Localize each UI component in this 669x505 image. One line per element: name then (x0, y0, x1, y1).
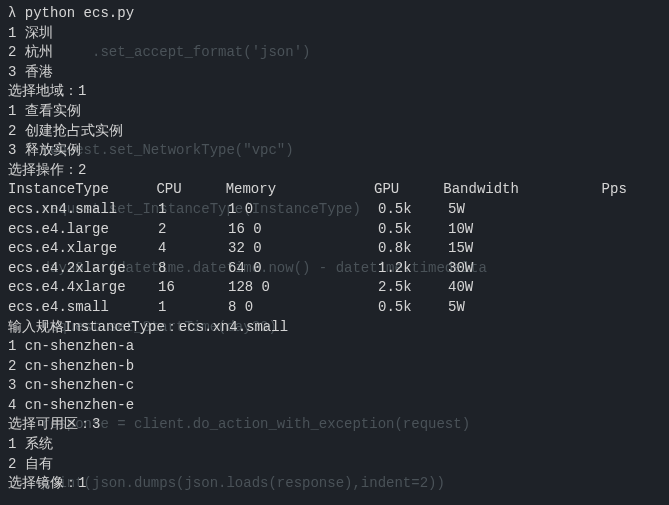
cell-gpu: 0.5k (378, 200, 448, 220)
prompt-symbol: λ (8, 5, 16, 21)
region-option: 3 香港 (8, 63, 661, 83)
cell-gpu: 0.5k (378, 298, 448, 318)
command-line: λ python ecs.py (8, 4, 661, 24)
table-row: ecs.xn4.small11 00.5k5W (8, 200, 661, 220)
image-prompt: 选择镜像：1 (8, 474, 661, 494)
zone-option: 2 cn-shenzhen-b (8, 357, 661, 377)
image-option: 2 自有 (8, 455, 661, 475)
cell-cpu: 8 (158, 259, 228, 279)
region-prompt: 选择地域：1 (8, 82, 661, 102)
image-option: 1 系统 (8, 435, 661, 455)
operation-option: 1 查看实例 (8, 102, 661, 122)
zone-prompt: 选择可用区：3 (8, 415, 661, 435)
table-row: ecs.e4.xlarge432 00.8k15W (8, 239, 661, 259)
zone-option: 1 cn-shenzhen-a (8, 337, 661, 357)
cell-bandwidth: 10W (448, 220, 608, 240)
region-option: 1 深圳 (8, 24, 661, 44)
cell-instance-type: ecs.e4.4xlarge (8, 278, 158, 298)
cell-memory: 128 0 (228, 278, 378, 298)
header-gpu: GPU (374, 180, 443, 200)
cell-instance-type: ecs.xn4.small (8, 200, 158, 220)
cell-gpu: 2.5k (378, 278, 448, 298)
instance-type-prompt: 输入规格InstanceType：ecs.xn4.small (8, 318, 661, 338)
header-cpu: CPU (156, 180, 225, 200)
zone-option: 3 cn-shenzhen-c (8, 376, 661, 396)
cell-bandwidth: 30W (448, 259, 608, 279)
cell-gpu: 0.5k (378, 220, 448, 240)
header-type: InstanceType (8, 180, 156, 200)
terminal-output: λ python ecs.py 1 深圳 2 杭州 3 香港 选择地域：1 1 … (8, 4, 661, 494)
cell-memory: 64 0 (228, 259, 378, 279)
cell-gpu: 1.2k (378, 259, 448, 279)
table-row: ecs.e4.4xlarge16128 02.5k40W (8, 278, 661, 298)
cell-memory: 16 0 (228, 220, 378, 240)
cell-instance-type: ecs.e4.xlarge (8, 239, 158, 259)
cell-bandwidth: 5W (448, 298, 608, 318)
header-memory: Memory (226, 180, 374, 200)
cell-memory: 8 0 (228, 298, 378, 318)
cell-cpu: 1 (158, 298, 228, 318)
region-option: 2 杭州 (8, 43, 661, 63)
cell-bandwidth: 40W (448, 278, 608, 298)
cell-bandwidth: 5W (448, 200, 608, 220)
table-row: ecs.e4.2xlarge864 01.2k30W (8, 259, 661, 279)
cell-cpu: 16 (158, 278, 228, 298)
cell-instance-type: ecs.e4.small (8, 298, 158, 318)
cell-cpu: 4 (158, 239, 228, 259)
zone-option: 4 cn-shenzhen-e (8, 396, 661, 416)
operation-prompt: 选择操作：2 (8, 161, 661, 181)
operation-option: 2 创建抢占式实例 (8, 122, 661, 142)
header-bandwidth: Bandwidth (443, 180, 601, 200)
cell-memory: 32 0 (228, 239, 378, 259)
table-header: InstanceTypeCPUMemoryGPUBandwidthPps (8, 180, 661, 200)
operation-option: 3 释放实例 (8, 141, 661, 161)
cell-cpu: 1 (158, 200, 228, 220)
header-pps: Pps (602, 180, 661, 200)
cell-instance-type: ecs.e4.2xlarge (8, 259, 158, 279)
cell-instance-type: ecs.e4.large (8, 220, 158, 240)
table-row: ecs.e4.small18 00.5k5W (8, 298, 661, 318)
command-text: python ecs.py (25, 5, 134, 21)
cell-cpu: 2 (158, 220, 228, 240)
cell-gpu: 0.8k (378, 239, 448, 259)
cell-bandwidth: 15W (448, 239, 608, 259)
table-row: ecs.e4.large216 00.5k10W (8, 220, 661, 240)
cell-memory: 1 0 (228, 200, 378, 220)
